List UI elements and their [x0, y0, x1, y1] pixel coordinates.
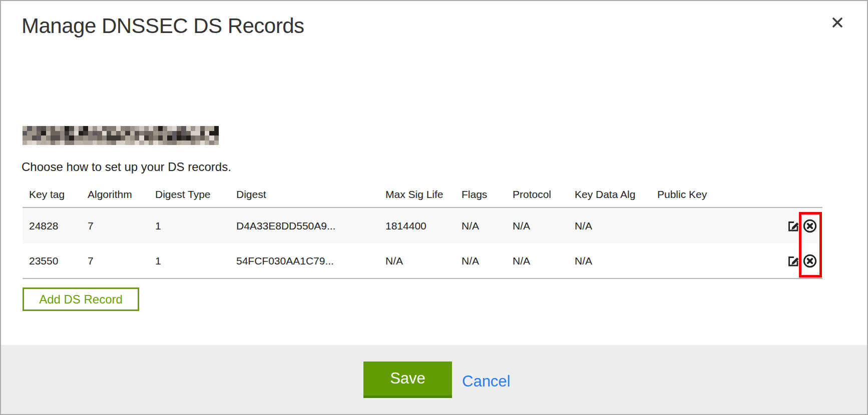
column-header-digest: Digest: [230, 188, 379, 200]
dialog-footer: Save Cancel: [1, 345, 867, 414]
cell-digest: 54FCF030AA1C79...: [230, 255, 379, 267]
edit-icon: [787, 255, 799, 267]
cell-key-tag: 24828: [23, 220, 81, 232]
cell-key-data-alg: N/A: [568, 255, 651, 267]
column-header-key-data-alg: Key Data Alg: [568, 188, 651, 200]
dialog-title: Manage DNSSEC DS Records: [22, 14, 304, 38]
column-header-max-sig-life: Max Sig Life: [379, 188, 455, 200]
cell-max-sig-life: N/A: [379, 255, 455, 267]
cell-algorithm: 7: [81, 255, 149, 267]
edit-ds-record-button[interactable]: [787, 255, 799, 267]
cell-protocol: N/A: [506, 220, 568, 232]
table-header-row: Key tag Algorithm Digest Type Digest Max…: [23, 182, 822, 208]
cell-flags: N/A: [455, 255, 506, 267]
cell-digest-type: 1: [149, 255, 230, 267]
x-circle-icon: [802, 218, 817, 234]
cell-algorithm: 7: [81, 220, 149, 232]
cell-key-tag: 23550: [23, 255, 81, 267]
close-button[interactable]: [830, 15, 845, 30]
edit-ds-record-button[interactable]: [787, 220, 799, 232]
cell-flags: N/A: [455, 220, 506, 232]
cell-digest-type: 1: [149, 220, 230, 232]
ds-records-table: Key tag Algorithm Digest Type Digest Max…: [23, 182, 822, 279]
column-header-protocol: Protocol: [506, 188, 568, 200]
cell-digest: D4A33E8DD550A9...: [230, 220, 379, 232]
save-button[interactable]: Save: [363, 362, 452, 398]
table-row: 24828 7 1 D4A33E8DD550A9... 1814400 N/A …: [23, 208, 822, 244]
domain-name-redacted: [23, 126, 219, 145]
edit-icon: [787, 220, 799, 232]
column-header-public-key: Public Key: [651, 188, 784, 200]
delete-ds-record-button[interactable]: [802, 254, 817, 268]
table-row: 23550 7 1 54FCF030AA1C79... N/A N/A N/A …: [23, 244, 822, 279]
x-circle-icon: [802, 254, 817, 268]
manage-dnssec-dialog: Manage DNSSEC DS Records Choose how to s…: [0, 0, 868, 415]
add-ds-record-button[interactable]: Add DS Record: [23, 288, 139, 311]
column-header-key-tag: Key tag: [23, 188, 81, 200]
cell-protocol: N/A: [506, 255, 568, 267]
cell-key-data-alg: N/A: [568, 220, 651, 232]
row-actions: [784, 254, 822, 268]
column-header-flags: Flags: [455, 188, 506, 200]
cancel-link[interactable]: Cancel: [462, 372, 511, 390]
delete-ds-record-button[interactable]: [802, 218, 817, 234]
cell-max-sig-life: 1814400: [379, 220, 455, 232]
instruction-text: Choose how to set up your DS records.: [22, 160, 231, 174]
column-header-algorithm: Algorithm: [81, 188, 149, 200]
column-header-digest-type: Digest Type: [149, 188, 230, 200]
close-icon: [831, 16, 844, 29]
row-actions: [784, 218, 822, 234]
